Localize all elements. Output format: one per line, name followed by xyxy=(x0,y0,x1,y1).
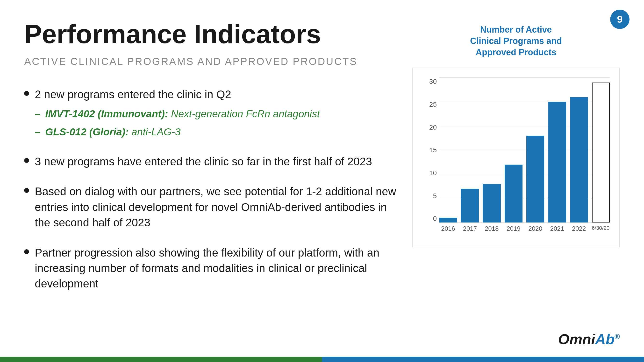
chart-area: 0 5 10 15 20 25 30 xyxy=(427,78,610,223)
bar-group-2018 xyxy=(483,78,501,223)
bullet-dot-3 xyxy=(24,188,29,193)
bottom-bar-blue xyxy=(322,357,644,362)
chart-title: Number of Active Clinical Programs and A… xyxy=(412,24,620,58)
chart-title-line2: Clinical Programs and xyxy=(470,36,562,46)
x-labels: 2016 2017 2018 2019 2020 2021 2022 6/30/… xyxy=(427,225,610,232)
x-label-2017: 2017 xyxy=(461,225,479,232)
bullet-dot-4 xyxy=(24,249,29,254)
page-number: 9 xyxy=(610,10,630,29)
sub-bullet-bold-1b: GLS-012 (Gloria): xyxy=(45,126,128,138)
y-label-10: 10 xyxy=(429,169,437,177)
sub-bullet-bold-1a: IMVT-1402 (Immunovant): xyxy=(45,108,168,119)
bullet-list: 2 new programs entered the clinic in Q2 … xyxy=(24,87,398,292)
logo-ab: Ab xyxy=(595,331,614,347)
main-content: Performance Indicators ACTIVE CLINICAL P… xyxy=(0,0,644,292)
chart-title-line1: Number of Active xyxy=(480,25,552,34)
bar-2016 xyxy=(439,218,457,223)
y-label-20: 20 xyxy=(429,124,437,131)
bar-group-2021 xyxy=(548,78,566,223)
chart-title-line3: Approved Products xyxy=(476,47,556,57)
bar-group-2017 xyxy=(461,78,479,223)
bar-2023 xyxy=(592,82,610,223)
x-label-2019: 2019 xyxy=(504,225,522,232)
chart-container: 0 5 10 15 20 25 30 xyxy=(412,67,620,247)
bullet-text-2: 3 new programs have entered the clinic s… xyxy=(35,154,372,169)
bullet-text-1: 2 new programs entered the clinic in Q2 xyxy=(35,88,231,101)
bullet-item-2: 3 new programs have entered the clinic s… xyxy=(24,154,398,169)
left-panel: Performance Indicators ACTIVE CLINICAL P… xyxy=(24,19,398,292)
bar-group-2020 xyxy=(526,78,544,223)
bar-2017 xyxy=(461,189,479,223)
page-subtitle: ACTIVE CLINICAL PROGRAMS AND APPROVED PR… xyxy=(24,56,398,67)
bullet-item-1: 2 new programs entered the clinic in Q2 … xyxy=(24,87,398,139)
logo-container: OmniAb® xyxy=(558,331,620,348)
bottom-bar-green xyxy=(0,357,322,362)
sub-dash-1b: – xyxy=(35,125,40,139)
bar-2019 xyxy=(504,165,522,223)
sub-dash-1a: – xyxy=(35,107,40,121)
y-axis: 0 5 10 15 20 25 30 xyxy=(427,78,439,223)
sub-bullet-item-1a: – IMVT-1402 (Immunovant): Next-generatio… xyxy=(35,107,320,121)
bar-2020 xyxy=(526,136,544,223)
page-title: Performance Indicators xyxy=(24,19,398,48)
logo-registered: ® xyxy=(614,333,620,341)
sub-bullet-item-1b: – GLS-012 (Gloria): anti-LAG-3 xyxy=(35,125,320,139)
page-number-text: 9 xyxy=(617,13,622,25)
y-label-30: 30 xyxy=(429,78,437,85)
bullet-item-4: Partner progression also showing the fle… xyxy=(24,245,398,292)
bars-row xyxy=(439,78,610,223)
sub-bullet-list-1: – IMVT-1402 (Immunovant): Next-generatio… xyxy=(35,107,320,139)
right-panel: Number of Active Clinical Programs and A… xyxy=(412,19,620,292)
sub-bullet-text-1a: IMVT-1402 (Immunovant): Next-generation … xyxy=(45,107,320,121)
bar-group-2016 xyxy=(439,78,457,223)
bar-2022 xyxy=(570,97,588,223)
bar-2018 xyxy=(483,184,501,223)
grid-and-bars xyxy=(439,78,610,223)
bar-group-2023 xyxy=(592,78,610,223)
x-label-2020: 2020 xyxy=(526,225,544,232)
y-label-5: 5 xyxy=(433,192,437,200)
x-label-2021: 2021 xyxy=(548,225,566,232)
x-label-2022: 2022 xyxy=(570,225,588,232)
x-label-2018: 2018 xyxy=(483,225,501,232)
bullet-text-4: Partner progression also showing the fle… xyxy=(35,245,398,292)
y-label-0: 0 xyxy=(433,215,437,223)
y-label-15: 15 xyxy=(429,146,437,154)
x-label-2016: 2016 xyxy=(439,225,457,232)
sub-bullet-normal-1a: Next-generation FcRn antagonist xyxy=(168,108,320,119)
bar-group-2022 xyxy=(570,78,588,223)
omniab-logo: OmniAb® xyxy=(558,331,620,347)
y-label-25: 25 xyxy=(429,101,437,108)
bar-2021 xyxy=(548,102,566,223)
x-label-2023: 6/30/2023 xyxy=(592,225,610,232)
sub-bullet-text-1b: GLS-012 (Gloria): anti-LAG-3 xyxy=(45,125,180,139)
sub-bullet-normal-1b: anti-LAG-3 xyxy=(129,126,181,138)
bullet-text-3: Based on dialog with our partners, we se… xyxy=(35,184,398,230)
bar-group-2019 xyxy=(504,78,522,223)
bullet-dot-1 xyxy=(24,91,29,96)
bullet-item-3: Based on dialog with our partners, we se… xyxy=(24,184,398,230)
bullet-dot-2 xyxy=(24,158,29,163)
bottom-bar xyxy=(0,357,644,362)
bullet-content-1: 2 new programs entered the clinic in Q2 … xyxy=(35,87,320,139)
bars-wrapper xyxy=(439,78,610,223)
